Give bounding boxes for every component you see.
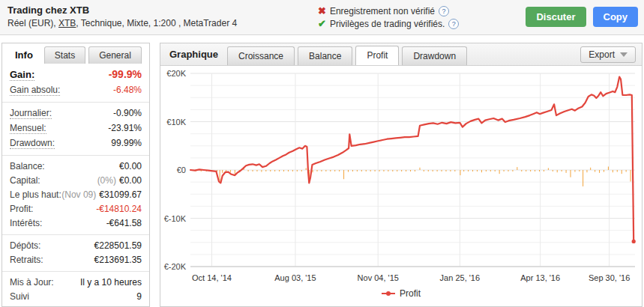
svg-text:€0: €0 bbox=[177, 165, 186, 174]
stat-value: (Nov 09)€31099.67 bbox=[61, 189, 142, 200]
stat-value: -99.9% bbox=[109, 68, 142, 80]
account-subtitle: Réel (EUR), XTB, Technique, Mixte, 1:200… bbox=[7, 18, 237, 28]
stat-row-le-plus-haut: Le plus haut:(Nov 09)€31099.67 bbox=[10, 188, 142, 202]
stat-row-mis-jour: Mis à Jour:Il y a 10 heures bbox=[10, 276, 142, 290]
account-details: , Technique, Mixte, 1:200 , MetaTrader 4 bbox=[76, 18, 237, 28]
chart-tab-croissance[interactable]: Croissance bbox=[227, 46, 295, 65]
stat-label: Balance: bbox=[10, 161, 45, 171]
verification-text: Privilèges de trading vérifiés. bbox=[330, 19, 445, 29]
stat-value: -23.91% bbox=[108, 123, 142, 133]
stat-row-d-p-ts: Dépôts:€228501.59 bbox=[10, 239, 142, 253]
header-buttons: DiscuterCopy bbox=[526, 7, 638, 27]
stat-label: Gain: bbox=[10, 69, 34, 81]
chart-tabs: CroissanceBalanceProfitDrawdown bbox=[227, 46, 470, 65]
divider bbox=[2, 155, 149, 156]
stat-label: Profit: bbox=[10, 204, 33, 214]
stat-value: Il y a 10 heures bbox=[80, 277, 142, 288]
chart-panel-title: Graphique bbox=[166, 49, 227, 65]
stat-row-journalier: Journalier:-0.90% bbox=[10, 106, 142, 121]
stat-row-int-r-ts: Intérêts:-€641.58 bbox=[10, 216, 142, 231]
stat-label: Gain absolu: bbox=[10, 85, 60, 96]
stat-value: (0%)€0.00 bbox=[97, 175, 142, 186]
sidebar-tab-stats[interactable]: Stats bbox=[44, 46, 85, 64]
sidebar-stats: Gain:-99.9%Gain absolu:-6.48%Journalier:… bbox=[2, 64, 149, 304]
stat-value: €0.00 bbox=[119, 161, 142, 171]
chart-legend[interactable]: Profit bbox=[160, 288, 642, 299]
caret-down-icon bbox=[620, 52, 628, 57]
legend-line-marker-icon bbox=[382, 291, 395, 297]
stat-value: -€14810.24 bbox=[96, 204, 142, 214]
stat-label: Capital: bbox=[10, 175, 40, 186]
stat-value: 9 bbox=[136, 291, 142, 302]
broker-link[interactable]: XTB bbox=[58, 18, 76, 28]
verification-text: Enregistrement non vérifié bbox=[330, 6, 435, 16]
stat-value: €213691.35 bbox=[94, 255, 142, 265]
stat-value: -0.90% bbox=[113, 108, 142, 118]
svg-text:€-10K: €-10K bbox=[164, 214, 187, 223]
chart-tab-balance[interactable]: Balance bbox=[298, 46, 352, 65]
svg-text:€10K: €10K bbox=[166, 118, 186, 127]
stat-label: Drawdown: bbox=[10, 138, 55, 149]
svg-text:€20K: €20K bbox=[166, 69, 186, 78]
divider bbox=[2, 102, 149, 103]
help-icon[interactable]: ? bbox=[448, 19, 459, 29]
stat-row-gain: Gain:-99.9% bbox=[10, 67, 142, 83]
svg-text:Oct 14, '14: Oct 14, '14 bbox=[192, 273, 232, 282]
stat-row-suivi: Suivi9 bbox=[10, 290, 142, 304]
stat-label: Suivi bbox=[10, 291, 29, 302]
divider bbox=[2, 234, 149, 235]
stat-label: Le plus haut: bbox=[10, 189, 61, 200]
chart-header: Graphique CroissanceBalanceProfitDrawdow… bbox=[160, 43, 642, 66]
stat-label: Mis à Jour: bbox=[10, 277, 54, 288]
stat-value: 99.99% bbox=[111, 138, 142, 148]
chart-tab-profit[interactable]: Profit bbox=[355, 46, 399, 65]
sidebar-tab-info[interactable]: Info bbox=[7, 46, 41, 64]
sidebar-tab-general[interactable]: General bbox=[88, 46, 142, 64]
discuter-button[interactable]: Discuter bbox=[526, 7, 586, 27]
stat-label: Dépôts: bbox=[10, 240, 40, 251]
verification-row: ✖Enregistrement non vérifié? bbox=[318, 4, 459, 17]
chart-panel: Graphique CroissanceBalanceProfitDrawdow… bbox=[160, 43, 643, 307]
stat-row-profit: Profit:-€14810.24 bbox=[10, 202, 142, 216]
stat-value: -€641.58 bbox=[106, 218, 142, 228]
legend-label: Profit bbox=[400, 288, 421, 299]
stat-row-gain-absolu: Gain absolu:-6.48% bbox=[10, 83, 142, 98]
stat-row-retraits: Retraits:€213691.35 bbox=[10, 253, 142, 267]
export-button[interactable]: Export bbox=[580, 46, 636, 63]
account-title: Trading chez XTB bbox=[7, 4, 89, 16]
stat-label: Mensuel: bbox=[10, 123, 46, 134]
svg-text:Jan 25, '16: Jan 25, '16 bbox=[440, 273, 480, 282]
sidebar-tabs: InfoStatsGeneral bbox=[2, 43, 149, 64]
info-sidebar: InfoStatsGeneral Gain:-99.9%Gain absolu:… bbox=[1, 43, 150, 307]
stat-value-prefix: (Nov 09) bbox=[61, 189, 96, 200]
svg-text:Sep 30, '16: Sep 30, '16 bbox=[589, 273, 630, 282]
stat-row-drawdown: Drawdown:99.99% bbox=[10, 136, 142, 151]
stat-label: Journalier: bbox=[10, 108, 52, 119]
stat-label: Intérêts: bbox=[10, 218, 42, 228]
svg-text:Apr 13, '16: Apr 13, '16 bbox=[520, 273, 560, 282]
verification-row: ✔Privilèges de trading vérifiés.? bbox=[318, 17, 459, 30]
svg-text:Aug 03, '15: Aug 03, '15 bbox=[274, 273, 316, 282]
svg-text:€-20K: €-20K bbox=[164, 262, 187, 271]
account-type: Réel (EUR), bbox=[7, 18, 58, 28]
account-header: Trading chez XTB Réel (EUR), XTB, Techni… bbox=[0, 0, 644, 35]
red-cross-icon: ✖ bbox=[318, 5, 326, 16]
chart-body: €20K€10K€0€-10K€-20KOct 14, '14Aug 03, '… bbox=[160, 66, 642, 299]
profit-chart-svg: €20K€10K€0€-10K€-20KOct 14, '14Aug 03, '… bbox=[160, 66, 642, 286]
stat-value-prefix: (0%) bbox=[97, 175, 116, 186]
divider bbox=[2, 271, 149, 272]
chart-tab-drawdown[interactable]: Drawdown bbox=[402, 46, 467, 65]
green-check-icon: ✔ bbox=[318, 18, 326, 29]
svg-text:Nov 04, '15: Nov 04, '15 bbox=[358, 273, 399, 282]
stat-row-capital: Capital:(0%)€0.00 bbox=[10, 174, 142, 188]
verification-block: ✖Enregistrement non vérifié?✔Privilèges … bbox=[318, 4, 459, 30]
stat-row-mensuel: Mensuel:-23.91% bbox=[10, 121, 142, 136]
stat-value: €228501.59 bbox=[94, 240, 142, 251]
help-icon[interactable]: ? bbox=[439, 6, 449, 16]
profit-chart-canvas[interactable]: €20K€10K€0€-10K€-20KOct 14, '14Aug 03, '… bbox=[160, 66, 642, 288]
stat-row-balance: Balance:€0.00 bbox=[10, 159, 142, 174]
copy-button[interactable]: Copy bbox=[593, 7, 639, 27]
stat-label: Retraits: bbox=[10, 255, 43, 265]
export-label: Export bbox=[589, 49, 615, 60]
stat-value: -6.48% bbox=[113, 85, 142, 95]
